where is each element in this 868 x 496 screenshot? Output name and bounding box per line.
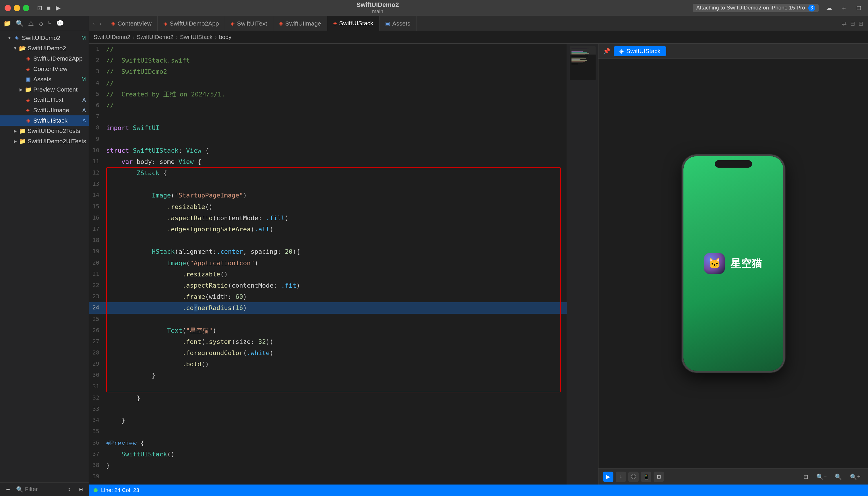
run-button[interactable]: ▶	[53, 3, 63, 13]
back-arrow[interactable]: ‹	[91, 19, 97, 28]
source-control-icon[interactable]: ⑂	[48, 20, 52, 27]
close-button[interactable]	[4, 5, 11, 11]
warning-icon[interactable]: ⚠	[28, 20, 34, 27]
options-icon[interactable]: ⊞	[76, 485, 85, 494]
iphone-content: 🐱 星空猫	[704, 253, 762, 274]
assets-icon: ▣	[385, 20, 390, 27]
add-icon[interactable]: ＋	[839, 3, 849, 13]
collapse-arrow: ▶	[13, 128, 18, 134]
layout-icon[interactable]: ⊟	[850, 20, 855, 27]
sidebar-item-preview[interactable]: ▶ 📁 Preview Content	[0, 84, 89, 95]
content-area: ‹ › ◈ ContentView ◈ SwiftUIDemo2App ◈ Sw…	[89, 16, 868, 496]
forward-arrow[interactable]: ›	[98, 19, 103, 28]
titlebar-right: Attaching to SwiftUIDemo2 on iPhone 15 P…	[693, 3, 864, 13]
folder-open-icon: 📂	[19, 45, 26, 52]
status-bar: Line: 24 Col: 23	[89, 484, 868, 496]
preview-controls: ▶ ↓ ⌘ 📱 ⊡	[603, 471, 664, 482]
chat-icon[interactable]: 💬	[56, 20, 64, 27]
minimap-panel	[567, 44, 598, 484]
sidebar-item-contentview[interactable]: ▶ ◈ ContentView	[0, 64, 89, 74]
inspect-btn[interactable]: ⌘	[628, 471, 639, 482]
zoom-out-btn[interactable]: 🔍−	[813, 472, 830, 481]
appearance-icon[interactable]: ☁	[824, 3, 834, 13]
preview-tab-active[interactable]: ◈ SwiftUIStack	[614, 46, 666, 56]
code-line: 30 }	[89, 370, 567, 381]
split-icon[interactable]: ⊞	[858, 20, 864, 27]
breadcrumb-file[interactable]: SwiftUIStack	[180, 34, 213, 41]
editor-preview-split: 1 // 2 // SwiftUIStack.swift 3 // SwiftU…	[89, 44, 868, 484]
maximize-button[interactable]	[23, 5, 29, 11]
code-line: 20 Image("ApplicationIcon")	[89, 258, 567, 269]
tab-uistack[interactable]: ◈ SwiftUIStack	[327, 16, 379, 31]
search-icon[interactable]: 🔍	[16, 20, 24, 27]
collapse-arrow: ▼	[13, 46, 18, 51]
sidebar-toggle-icon[interactable]: ⊡	[35, 3, 44, 13]
preview-toolbar: 📌 ◈ SwiftUIStack	[599, 44, 868, 59]
tab-demo2app[interactable]: ◈ SwiftUIDemo2App	[158, 16, 225, 31]
diamond-icon[interactable]: ◇	[38, 20, 43, 27]
sidebar-item-demo2[interactable]: ▼ 📂 SwiftUIDemo2	[0, 43, 89, 53]
code-line: 1 //	[89, 44, 567, 55]
zoom-100-btn[interactable]: 🔍	[832, 472, 845, 481]
code-line: 35	[89, 426, 567, 437]
breadcrumb-sep: ›	[215, 34, 217, 41]
code-line: 8 import SwiftUI	[89, 122, 567, 134]
project-subtitle: main	[372, 9, 383, 15]
iphone-mockup: 🐱 星空猫	[682, 154, 785, 373]
orientation-btn[interactable]: ⊡	[654, 471, 664, 482]
code-line: 23 .frame(width: 60)	[89, 291, 567, 302]
device-btn[interactable]: 📱	[641, 471, 651, 482]
code-line: 37 SwiftUIStack()	[89, 449, 567, 460]
zoom-fit-btn[interactable]: ⊡	[801, 472, 811, 481]
preview-content: 🐱 星空猫	[599, 59, 868, 468]
play-preview-btn[interactable]: ▶	[603, 471, 614, 482]
filter-input-area[interactable]: 🔍 Filter	[16, 486, 37, 493]
code-line: 6 //	[89, 100, 567, 111]
minimap	[570, 46, 595, 80]
refresh-icon[interactable]: ⇄	[842, 20, 847, 27]
swift-icon: ◈	[231, 20, 235, 27]
sidebar: 📁 🔍 ⚠ ◇ ⑂ 💬 ▼ ◈ SwiftUIDemo2 M ▼ 📂 Swift…	[0, 16, 89, 496]
code-line: 26 Text("星空猫")	[89, 325, 567, 336]
code-line: 28 .foregroundColor(.white)	[89, 347, 567, 358]
code-editor[interactable]: 1 // 2 // SwiftUIStack.swift 3 // SwiftU…	[89, 44, 567, 484]
sidebar-item-app[interactable]: ▶ ◈ SwiftUIDemo2App	[0, 53, 89, 64]
nav-arrows: ‹ ›	[91, 19, 103, 28]
sidebar-item-uistack[interactable]: ▶ ◈ SwiftUIStack A	[0, 115, 89, 126]
minimize-button[interactable]	[14, 5, 20, 11]
breadcrumb-current: body	[219, 34, 231, 41]
add-file-icon[interactable]: ＋	[3, 485, 13, 494]
tab-uiimage[interactable]: ◈ SwiftUIImage	[273, 16, 327, 31]
code-line: 14 Image("StartupPageImage")	[89, 190, 567, 201]
window-controls	[4, 5, 29, 11]
stop-button[interactable]: ■	[44, 3, 53, 13]
sidebar-item-assets[interactable]: ▶ ▣ Assets M	[0, 74, 89, 84]
breadcrumb-folder[interactable]: SwiftUIDemo2	[137, 34, 173, 41]
code-line: 27 .font(.system(size: 32))	[89, 336, 567, 347]
status-indicator	[94, 488, 97, 492]
tab-assets[interactable]: ▣ Assets	[379, 16, 417, 31]
swift-icon: ◈	[163, 20, 167, 27]
code-line: 10 struct SwiftUIStack: View {	[89, 145, 567, 156]
sidebar-item-uitext[interactable]: ▶ ◈ SwiftUIText A	[0, 95, 89, 105]
breadcrumb-project[interactable]: SwiftUIDemo2	[94, 34, 130, 41]
refresh-preview-btn[interactable]: ↓	[616, 471, 626, 482]
sidebar-item-uiimage[interactable]: ▶ ◈ SwiftUIImage A	[0, 105, 89, 115]
tab-uitext[interactable]: ◈ SwiftUIText	[225, 16, 273, 31]
sort-icon[interactable]: ↕	[65, 485, 74, 494]
sidebar-item-tests[interactable]: ▶ 📁 SwiftUIDemo2Tests	[0, 126, 89, 136]
sidebar-item-uitests[interactable]: ▶ 📁 SwiftUIDemo2UITests	[0, 136, 89, 146]
iphone-screen: 🐱 星空猫	[683, 156, 783, 371]
status-text: Line: 24 Col: 23	[101, 487, 139, 493]
split-view-icon[interactable]: ⊟	[854, 3, 864, 13]
attaching-count: 3	[808, 4, 815, 12]
zoom-in-btn[interactable]: 🔍+	[847, 472, 864, 481]
pin-icon[interactable]: 📌	[603, 48, 610, 55]
code-line: 2 // SwiftUIStack.swift	[89, 55, 567, 66]
swift-icon: ◈	[111, 20, 115, 27]
tab-label: Assets	[392, 20, 410, 27]
tab-contentview[interactable]: ◈ ContentView	[105, 16, 158, 31]
folder-icon[interactable]: 📁	[3, 20, 11, 27]
sidebar-item-root[interactable]: ▼ ◈ SwiftUIDemo2 M	[0, 33, 89, 43]
code-line: 17 .edgesIgnoringSafeArea(.all)	[89, 223, 567, 235]
